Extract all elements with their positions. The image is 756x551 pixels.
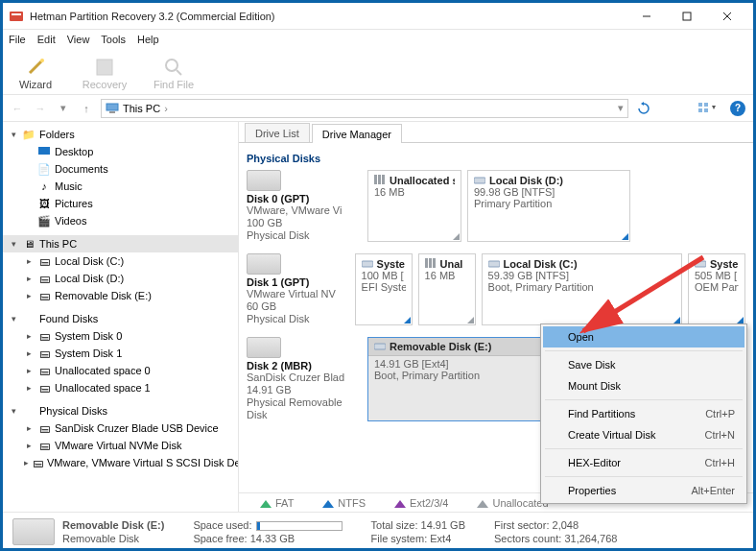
drive-icon: 🖴 bbox=[37, 365, 51, 376]
tree-found-disks[interactable]: ▾ Found Disks bbox=[3, 310, 238, 327]
search-icon bbox=[162, 56, 185, 79]
menu-tools[interactable]: Tools bbox=[101, 34, 126, 45]
ctx-hex-editor[interactable]: HEX-EditorCtrl+H bbox=[543, 452, 744, 473]
tree-local-disk-c[interactable]: ▸🖴Local Disk (C:) bbox=[3, 252, 238, 270]
maximize-button[interactable] bbox=[667, 3, 707, 29]
tree-system-disk-1[interactable]: ▸🖴System Disk 1 bbox=[3, 345, 238, 362]
partition[interactable]: Local Disk (D:)99.98 GB [NTFS]Primary Pa… bbox=[467, 170, 630, 242]
tree-unallocated-0[interactable]: ▸🖴Unallocated space 0 bbox=[3, 362, 238, 379]
menu-file[interactable]: File bbox=[9, 34, 26, 45]
partition-name: Unal bbox=[440, 258, 463, 270]
disk-info[interactable]: Disk 1 (GPT)VMware Virtual NV60 GBPhysic… bbox=[247, 253, 349, 325]
ctx-save-disk[interactable]: Save Disk bbox=[543, 354, 744, 375]
tree-music[interactable]: ·♪Music bbox=[3, 178, 238, 195]
tree-removable-disk-e[interactable]: ▸🖴Removable Disk (E:) bbox=[3, 287, 238, 304]
svg-rect-21 bbox=[474, 178, 485, 183]
partition[interactable]: Syster505 MB [OEM Part bbox=[688, 253, 745, 325]
partition-icon bbox=[362, 258, 373, 270]
chevron-down-icon[interactable]: ▾ bbox=[618, 102, 624, 114]
ctx-properties[interactable]: PropertiesAlt+Enter bbox=[543, 480, 744, 501]
tree-documents[interactable]: ·📄Documents bbox=[3, 160, 238, 178]
svg-rect-3 bbox=[683, 12, 691, 20]
svg-rect-14 bbox=[704, 103, 708, 107]
partition-icon bbox=[695, 258, 706, 270]
breadcrumb[interactable]: This PC › ▾ bbox=[101, 99, 628, 118]
window-title: Hetman Partition Recovery 3.2 (Commercia… bbox=[30, 11, 626, 22]
ctx-find-partitions[interactable]: Find PartitionsCtrl+P bbox=[543, 403, 744, 424]
status-disk-name: Removable Disk (E:) bbox=[62, 518, 164, 532]
tree-desktop[interactable]: ·Desktop bbox=[3, 143, 238, 160]
partition[interactable]: Unallocated spac16 MB bbox=[367, 170, 461, 242]
disk-icon bbox=[247, 337, 281, 358]
menu-edit[interactable]: Edit bbox=[37, 34, 56, 45]
tree-videos[interactable]: ·🎬Videos bbox=[3, 212, 238, 229]
svg-point-7 bbox=[40, 59, 44, 62]
svg-rect-0 bbox=[10, 12, 23, 21]
svg-rect-18 bbox=[374, 175, 377, 184]
tree-system-disk-0[interactable]: ▸🖴System Disk 0 bbox=[3, 327, 238, 345]
tree-vmware-nvme[interactable]: ▸🖴VMware Virtual NVMe Disk bbox=[3, 437, 238, 454]
thispc-icon: 🖥 bbox=[22, 238, 35, 250]
svg-rect-1 bbox=[12, 13, 21, 15]
partition[interactable]: Unal16 MB bbox=[418, 253, 476, 325]
tab-drive-manager[interactable]: Drive Manager bbox=[312, 124, 402, 143]
partition[interactable]: Local Disk (C:)59.39 GB [NTFS]Boot, Prim… bbox=[482, 253, 682, 325]
thispc-icon bbox=[106, 101, 119, 116]
partition-name: Local Disk (C:) bbox=[504, 258, 578, 270]
help-button[interactable]: ? bbox=[728, 99, 747, 118]
nav-bar: ← → ▾ ↑ This PC › ▾ ? bbox=[3, 95, 753, 122]
drive-icon: 🖴 bbox=[37, 440, 51, 451]
menu-view[interactable]: View bbox=[67, 34, 90, 45]
ctx-open[interactable]: Open bbox=[543, 326, 744, 347]
disk-title: Disk 0 (GPT) bbox=[247, 193, 362, 204]
sidebar-tree[interactable]: ▾📁Folders ·Desktop ·📄Documents ·♪Music ·… bbox=[3, 122, 239, 512]
tab-drive-list[interactable]: Drive List bbox=[245, 123, 310, 142]
svg-rect-25 bbox=[433, 258, 436, 268]
tree-folders[interactable]: ▾📁Folders bbox=[3, 126, 238, 143]
tree-this-pc[interactable]: ▾🖥This PC bbox=[3, 235, 238, 252]
drive-icon: 🖴 bbox=[37, 290, 51, 301]
svg-rect-20 bbox=[382, 175, 385, 184]
ctx-create-virtual-disk[interactable]: Create Virtual DiskCtrl+N bbox=[543, 424, 744, 445]
partition-name: Removable Disk (E:) bbox=[390, 341, 491, 352]
close-button[interactable] bbox=[707, 3, 747, 29]
wizard-button[interactable]: Wizard bbox=[12, 56, 59, 90]
tree-local-disk-d[interactable]: ▸🖴Local Disk (D:) bbox=[3, 270, 238, 287]
disk-icon bbox=[247, 170, 281, 191]
nav-up[interactable]: ↑ bbox=[78, 103, 95, 114]
disk-icon bbox=[247, 253, 281, 275]
svg-rect-13 bbox=[698, 103, 702, 107]
minimize-button[interactable] bbox=[626, 3, 667, 29]
tree-pictures[interactable]: ·🖼Pictures bbox=[3, 195, 238, 212]
partition-icon bbox=[474, 175, 485, 186]
svg-rect-16 bbox=[704, 108, 708, 112]
svg-rect-8 bbox=[97, 60, 112, 75]
tree-unallocated-1[interactable]: ▸🖴Unallocated space 1 bbox=[3, 379, 238, 396]
disk-info[interactable]: Disk 0 (GPT)VMware, VMware Vi100 GBPhysi… bbox=[247, 170, 362, 242]
refresh-button[interactable] bbox=[634, 99, 653, 118]
folder-icon: 📁 bbox=[22, 129, 35, 141]
nav-forward: → bbox=[32, 103, 49, 114]
svg-rect-24 bbox=[429, 258, 432, 268]
svg-rect-22 bbox=[362, 261, 373, 267]
disk-info[interactable]: Disk 2 (MBR)SanDisk Cruzer Blad14.91 GBP… bbox=[247, 337, 362, 421]
partition-name: Syster bbox=[710, 258, 739, 270]
partition-icon bbox=[425, 258, 437, 270]
partition-icon bbox=[374, 175, 386, 186]
tree-vmware-scsi[interactable]: ▸🖴VMware, VMware Virtual S SCSI Disk Dev… bbox=[3, 454, 238, 471]
context-menu: Open Save Disk Mount Disk Find Partition… bbox=[540, 323, 747, 504]
disk-title: Disk 1 (GPT) bbox=[247, 276, 349, 288]
nav-history[interactable]: ▾ bbox=[55, 102, 72, 114]
svg-point-9 bbox=[166, 60, 177, 71]
tree-sandisk[interactable]: ▸🖴SanDisk Cruzer Blade USB Device bbox=[3, 419, 238, 437]
disk-row: Disk 1 (GPT)VMware Virtual NV60 GBPhysic… bbox=[247, 253, 745, 325]
svg-line-10 bbox=[177, 70, 181, 75]
floppy-icon bbox=[93, 56, 116, 79]
ctx-mount-disk[interactable]: Mount Disk bbox=[543, 375, 744, 396]
tree-physical-disks[interactable]: ▾ Physical Disks bbox=[3, 402, 238, 419]
view-mode-button[interactable] bbox=[694, 99, 722, 118]
svg-rect-15 bbox=[698, 108, 702, 112]
menu-help[interactable]: Help bbox=[137, 34, 159, 45]
partition[interactable]: Syste100 MB [EFI Syste bbox=[355, 253, 413, 325]
toolbar: Wizard Recovery Find File bbox=[3, 49, 753, 95]
